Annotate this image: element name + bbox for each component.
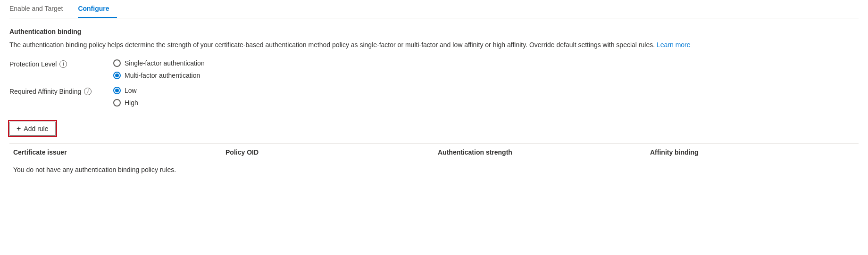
radio-low[interactable]: Low	[113, 87, 138, 94]
page-container: Enable and Target Configure Authenticati…	[0, 0, 868, 189]
rules-table: Certificate issuer Policy OID Authentica…	[9, 143, 859, 179]
table-header-policy-oid: Policy OID	[222, 148, 434, 156]
protection-level-label: Protection Level i	[9, 59, 113, 68]
table-empty-message: You do not have any authentication bindi…	[9, 160, 859, 179]
section-title: Authentication binding	[9, 28, 859, 35]
radio-high[interactable]: High	[113, 99, 138, 107]
radio-multi-factor[interactable]: Multi-factor authentication	[113, 72, 205, 79]
plus-icon: +	[17, 125, 21, 132]
protection-level-row: Protection Level i Single-factor authent…	[9, 59, 859, 79]
learn-more-link[interactable]: Learn more	[657, 41, 691, 49]
radio-multi-factor-input[interactable]	[113, 72, 121, 79]
section-description: The authentication binding policy helps …	[9, 40, 811, 50]
table-header-authentication-strength: Authentication strength	[434, 148, 646, 156]
affinity-binding-label: Required Affinity Binding i	[9, 87, 113, 95]
radio-single-factor[interactable]: Single-factor authentication	[113, 59, 205, 67]
protection-level-radio-group: Single-factor authentication Multi-facto…	[113, 59, 205, 79]
table-header-affinity-binding: Affinity binding	[646, 148, 859, 156]
affinity-binding-row: Required Affinity Binding i Low High	[9, 87, 859, 107]
add-rule-button[interactable]: + Add rule	[9, 122, 56, 136]
radio-high-input[interactable]	[113, 99, 121, 107]
tabs-bar: Enable and Target Configure	[9, 0, 859, 18]
protection-level-info-icon[interactable]: i	[59, 60, 67, 68]
radio-single-factor-input[interactable]	[113, 59, 121, 67]
tab-enable-and-target[interactable]: Enable and Target	[9, 0, 70, 18]
table-header-certificate-issuer: Certificate issuer	[9, 148, 222, 156]
radio-low-input[interactable]	[113, 87, 121, 94]
tab-configure[interactable]: Configure	[78, 0, 117, 18]
affinity-binding-radio-group: Low High	[113, 87, 138, 107]
table-header: Certificate issuer Policy OID Authentica…	[9, 144, 859, 160]
affinity-binding-info-icon[interactable]: i	[84, 88, 92, 95]
